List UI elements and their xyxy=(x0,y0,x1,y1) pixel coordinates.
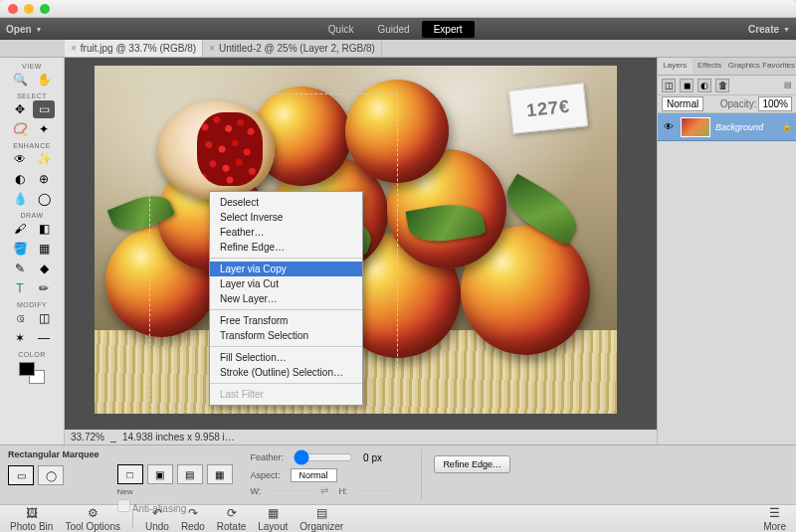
brush-tool[interactable]: 🖌 xyxy=(9,220,31,238)
zoom-level[interactable]: 33.72% xyxy=(71,432,104,443)
panel-menu-icon[interactable]: ▤ xyxy=(784,81,792,89)
context-menu-item[interactable]: Select Inverse xyxy=(210,210,362,225)
marquee-rect-button[interactable]: ▭ xyxy=(8,465,34,485)
context-menu-item[interactable]: Deselect xyxy=(210,195,362,210)
selection-add-button[interactable]: ▣ xyxy=(147,464,173,484)
close-window-button[interactable] xyxy=(8,4,18,14)
open-menu[interactable]: Open ▼ xyxy=(6,24,43,35)
quick-select-tool[interactable]: ✦ xyxy=(33,120,55,138)
undo-button[interactable]: ↶Undo xyxy=(141,506,173,532)
move-tool[interactable]: ✥ xyxy=(9,100,31,118)
selection-new-button[interactable]: □ xyxy=(117,464,143,484)
layer-row[interactable]: 👁 Background 🔒 xyxy=(658,113,796,141)
context-menu[interactable]: DeselectSelect InverseFeather…Refine Edg… xyxy=(209,191,363,406)
fill-tool[interactable]: 🪣 xyxy=(9,240,31,258)
panel-tab-effects[interactable]: Effects xyxy=(693,58,727,75)
redo-icon: ↷ xyxy=(184,506,202,520)
tab-label: fruit.jpg @ 33.7% (RGB/8) xyxy=(81,43,196,54)
pencil-tool[interactable]: ✏ xyxy=(33,279,55,297)
layer-thumbnail[interactable] xyxy=(681,117,710,137)
mode-quick[interactable]: Quick xyxy=(316,21,366,38)
type-tool[interactable]: T xyxy=(9,279,31,297)
layer-mask-button[interactable]: ◼ xyxy=(680,79,694,92)
minimize-window-button[interactable] xyxy=(24,4,34,14)
photo-bin-button[interactable]: 🖼Photo Bin xyxy=(6,506,57,532)
visibility-toggle-icon[interactable]: 👁 xyxy=(662,120,676,134)
layer-name-label: Background xyxy=(715,122,763,132)
crop-tool[interactable]: ⟃ xyxy=(9,309,31,327)
straighten-tool[interactable]: ― xyxy=(33,329,55,347)
context-menu-item[interactable]: Layer via Cut xyxy=(210,276,362,291)
mode-guided[interactable]: Guided xyxy=(365,21,421,38)
close-tab-icon[interactable]: × xyxy=(71,43,77,54)
organizer-icon: ▤ xyxy=(312,506,330,520)
context-menu-item[interactable]: Layer via Copy xyxy=(210,262,362,276)
context-menu-item[interactable]: New Layer… xyxy=(210,291,362,306)
whiten-tool[interactable]: ✨ xyxy=(33,150,55,168)
app-footer: 🖼Photo Bin ⚙Tool Options ↶Undo ↷Redo ⟳Ro… xyxy=(0,504,796,532)
organizer-button[interactable]: ▤Organizer xyxy=(296,506,347,532)
context-menu-separator xyxy=(210,258,362,259)
dropdown-icon: ▼ xyxy=(783,26,790,33)
tool-panel: VIEW 🔍 ✋ SELECT ✥ ▭ 📿 ✦ ENHANCE 👁 ✨ ◐ ⊕ … xyxy=(0,58,65,444)
blend-mode-select[interactable]: Normal xyxy=(662,96,703,111)
context-menu-item[interactable]: Transform Selection xyxy=(210,328,362,343)
adjustment-layer-button[interactable]: ◐ xyxy=(697,79,711,92)
create-menu[interactable]: Create ▼ xyxy=(748,24,790,35)
organizer-label: Organizer xyxy=(299,521,343,532)
selection-subtract-button[interactable]: ▤ xyxy=(177,464,203,484)
rotate-button[interactable]: ⟳Rotate xyxy=(213,506,250,532)
gradient-tool[interactable]: ▦ xyxy=(33,240,55,258)
mode-expert[interactable]: Expert xyxy=(422,21,475,38)
swap-icon: ⇄ xyxy=(320,485,328,496)
context-menu-item[interactable]: Refine Edge… xyxy=(210,240,362,255)
opacity-label: Opacity: xyxy=(720,98,757,109)
panel-tab-layers[interactable]: Layers xyxy=(658,58,693,75)
foreground-color-swatch[interactable] xyxy=(19,362,35,376)
more-button[interactable]: ☰More xyxy=(759,506,790,532)
context-menu-item[interactable]: Stroke (Outline) Selection… xyxy=(210,365,362,380)
opacity-value[interactable]: 100% xyxy=(758,96,792,111)
tool-options-button[interactable]: ⚙Tool Options xyxy=(61,506,124,532)
marquee-ellipse-button[interactable]: ◯ xyxy=(38,465,64,485)
picker-tool[interactable]: ✎ xyxy=(9,260,31,277)
redo-button[interactable]: ↷Redo xyxy=(177,506,209,532)
new-layer-button[interactable]: ◫ xyxy=(662,79,676,92)
document-tab[interactable]: × Untitled-2 @ 25% (Layer 2, RGB/8) xyxy=(203,40,382,57)
tool-group-label: VIEW xyxy=(22,63,42,70)
layer-toolbar: ◫ ◼ ◐ 🗑 ▤ xyxy=(658,76,796,95)
spot-heal-tool[interactable]: ◐ xyxy=(9,170,31,188)
layout-button[interactable]: ▦Layout xyxy=(254,506,292,532)
zoom-window-button[interactable] xyxy=(40,4,50,14)
context-menu-item[interactable]: Free Transform xyxy=(210,313,362,328)
close-tab-icon[interactable]: × xyxy=(209,43,215,54)
cookie-tool[interactable]: ✶ xyxy=(9,329,31,347)
hand-tool[interactable]: ✋ xyxy=(33,71,55,89)
eraser-tool[interactable]: ◧ xyxy=(33,220,55,238)
aspect-select[interactable]: Normal xyxy=(291,468,337,482)
panel-tab-favorites[interactable]: Favorites xyxy=(761,58,796,75)
panel-tab-graphics[interactable]: Graphics xyxy=(727,58,762,75)
context-menu-item: Last Filter xyxy=(210,387,362,402)
delete-layer-button[interactable]: 🗑 xyxy=(715,79,729,92)
sponge-tool[interactable]: ◯ xyxy=(33,190,55,208)
clone-tool[interactable]: ⊕ xyxy=(33,170,55,188)
feather-label: Feather: xyxy=(251,452,285,462)
refine-edge-button[interactable]: Refine Edge… xyxy=(434,455,510,473)
redeye-tool[interactable]: 👁 xyxy=(9,150,31,168)
workspace: VIEW 🔍 ✋ SELECT ✥ ▭ 📿 ✦ ENHANCE 👁 ✨ ◐ ⊕ … xyxy=(0,58,796,444)
feather-slider[interactable] xyxy=(294,449,353,465)
zoom-tool[interactable]: 🔍 xyxy=(9,71,31,89)
context-menu-item[interactable]: Feather… xyxy=(210,225,362,240)
blur-tool[interactable]: 💧 xyxy=(9,190,31,208)
marquee-tool[interactable]: ▭ xyxy=(33,100,55,118)
more-label: More xyxy=(763,521,786,532)
recompose-tool[interactable]: ◫ xyxy=(33,309,55,327)
shape-tool[interactable]: ◆ xyxy=(33,260,55,277)
context-menu-item[interactable]: Fill Selection… xyxy=(210,350,362,365)
document-tab[interactable]: × fruit.jpg @ 33.7% (RGB/8) xyxy=(65,40,203,57)
color-swatches[interactable] xyxy=(19,362,45,384)
divider xyxy=(421,449,422,500)
lasso-tool[interactable]: 📿 xyxy=(9,120,31,138)
selection-intersect-button[interactable]: ▦ xyxy=(207,464,233,484)
